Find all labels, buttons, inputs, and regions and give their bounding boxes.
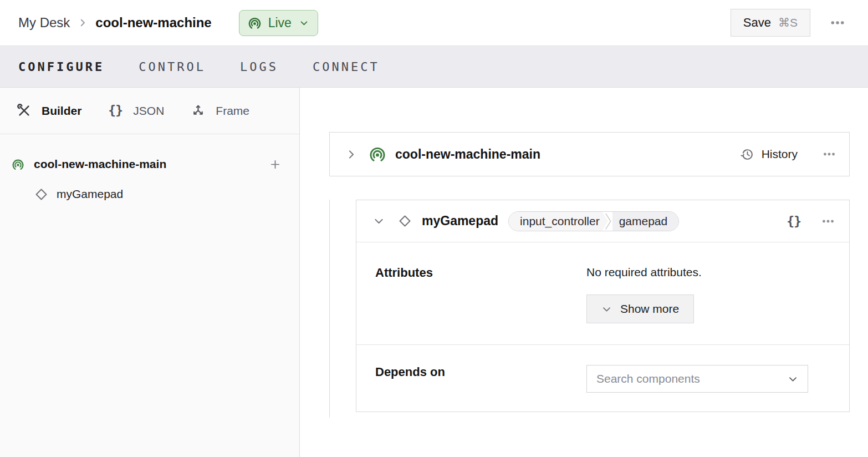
save-button-label: Save <box>743 16 771 30</box>
mode-json[interactable]: {} JSON <box>108 103 164 118</box>
component-card-menu-icon[interactable] <box>821 213 835 230</box>
component-tree: cool-new-machine-main myGamepad <box>0 134 299 207</box>
workspace: Builder {} JSON Frame <box>0 88 868 457</box>
save-shortcut-hint: ⌘S <box>778 16 798 29</box>
component-api-type: input_controller <box>509 212 608 231</box>
chevron-down-icon <box>788 374 798 384</box>
depends-on-section: Depends on Search components <box>356 345 849 412</box>
live-status-dropdown[interactable]: Live <box>239 10 318 36</box>
mode-json-label: JSON <box>133 104 164 118</box>
component-card-mygamepad: myGamepad input_controller gamepad {} <box>356 200 850 412</box>
view-json-icon[interactable]: {} <box>787 214 801 228</box>
component-indent-group: myGamepad input_controller gamepad {} <box>329 200 850 418</box>
history-button-label: History <box>762 148 798 161</box>
braces-icon: {} <box>108 103 123 118</box>
top-header: My Desk cool-new-machine Live Save ⌘S <box>0 0 868 45</box>
sidebar-mode-tabs: Builder {} JSON Frame <box>0 88 299 134</box>
component-diamond-icon <box>34 187 48 201</box>
tree-item-mygamepad[interactable]: myGamepad <box>0 181 299 207</box>
mode-builder[interactable]: Builder <box>17 103 81 118</box>
add-component-icon[interactable] <box>269 158 282 171</box>
tree-machine-part[interactable]: cool-new-machine-main <box>0 150 299 179</box>
frame-axes-icon <box>191 103 206 118</box>
main-tab-bar: CONFIGURE CONTROL LOGS CONNECT <box>0 45 868 88</box>
chevron-down-icon <box>299 18 309 28</box>
tab-logs[interactable]: LOGS <box>240 60 278 74</box>
chevron-right-icon <box>78 18 88 28</box>
depends-on-label: Depends on <box>375 365 586 393</box>
mode-builder-label: Builder <box>42 104 81 118</box>
config-sidebar: Builder {} JSON Frame <box>0 88 300 457</box>
breadcrumb-root[interactable]: My Desk <box>18 15 70 31</box>
attributes-empty-text: No required attributes. <box>586 266 849 279</box>
chevron-down-icon <box>601 304 612 314</box>
live-status-label: Live <box>268 16 292 31</box>
history-clock-icon <box>741 148 754 161</box>
tree-machine-part-label: cool-new-machine-main <box>34 158 166 171</box>
broadcast-icon <box>11 158 25 171</box>
config-canvas: cool-new-machine-main History <box>300 88 868 457</box>
depends-on-select[interactable]: Search components <box>586 365 808 393</box>
broadcast-icon <box>247 16 262 31</box>
tab-control[interactable]: CONTROL <box>139 60 206 74</box>
tools-icon <box>17 103 32 118</box>
component-type-pill: input_controller gamepad <box>508 211 679 231</box>
expand-chevron-right-icon[interactable] <box>345 149 357 160</box>
show-more-button[interactable]: Show more <box>586 294 694 323</box>
breadcrumb-current: cool-new-machine <box>95 15 211 31</box>
component-diamond-icon <box>398 214 412 228</box>
mode-frame-label: Frame <box>216 104 249 118</box>
attributes-label: Attributes <box>375 266 586 323</box>
history-button[interactable]: History <box>741 148 798 161</box>
component-name: myGamepad <box>422 214 498 228</box>
header-overflow-menu-icon[interactable] <box>829 14 846 31</box>
mode-frame[interactable]: Frame <box>191 103 249 118</box>
tab-configure[interactable]: CONFIGURE <box>18 60 104 74</box>
show-more-label: Show more <box>620 302 679 316</box>
tree-item-mygamepad-label: myGamepad <box>57 187 123 201</box>
tab-connect[interactable]: CONNECT <box>313 60 380 74</box>
component-model: gamepad <box>612 212 679 231</box>
machine-part-title: cool-new-machine-main <box>395 147 540 162</box>
machine-card-menu-icon[interactable] <box>822 146 836 163</box>
attributes-section: Attributes No required attributes. Show … <box>356 242 849 344</box>
save-button[interactable]: Save ⌘S <box>731 9 810 37</box>
machine-part-card: cool-new-machine-main History <box>329 132 850 176</box>
depends-on-placeholder: Search components <box>596 372 700 385</box>
broadcast-icon <box>368 145 387 164</box>
collapse-chevron-down-icon[interactable] <box>373 215 385 227</box>
component-card-header: myGamepad input_controller gamepad {} <box>356 200 849 242</box>
